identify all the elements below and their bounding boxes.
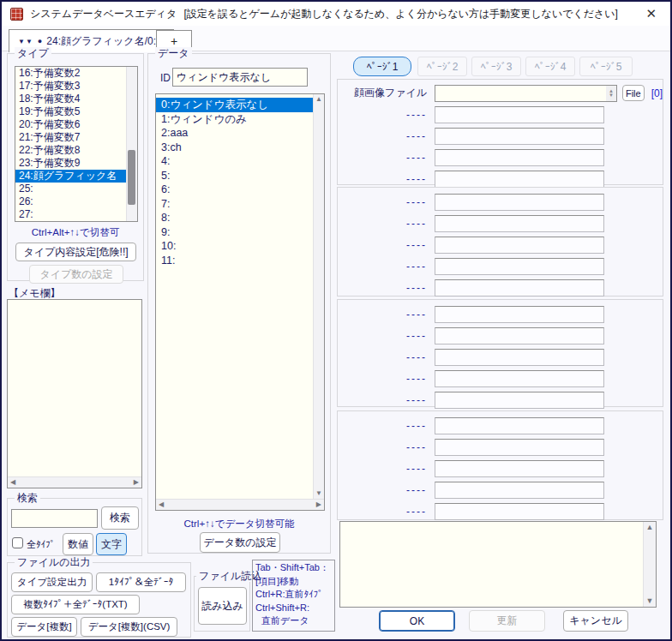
data-list-item[interactable]: 1:ウィンドウのみ	[156, 112, 313, 127]
face-file-row: 顔画像ファイル ▲ ▼ File [0]	[338, 84, 663, 102]
file-load-group: ファイル読込 読み込み	[194, 576, 250, 632]
memo-textarea[interactable]: ◀ ▶	[7, 299, 142, 488]
data-id-input[interactable]	[172, 68, 308, 87]
type-settings-export-button[interactable]: タイプ設定出力	[11, 572, 93, 592]
empty-field-input	[435, 392, 604, 409]
field-group-3: ---- ---- ---- ---- ----	[337, 299, 663, 407]
empty-field-label: ----	[338, 351, 427, 363]
window-warning-note: [設定を誤るとゲームが起動しなくなるため、よく分からない方は手動変更しないでくだ…	[183, 7, 618, 21]
data-list-item[interactable]: 11:	[156, 254, 313, 268]
numeric-search-toggle[interactable]: 数値	[63, 533, 93, 555]
data-list-item-selected[interactable]: 0:ウィンドウ表示なし	[156, 98, 313, 112]
empty-field-label: ----	[338, 394, 427, 406]
memo-h-scrollbar[interactable]: ◀ ▶	[8, 476, 141, 488]
page-tab-1[interactable]: ﾍﾟｰｼﾞ1	[353, 57, 411, 76]
comment-v-scrollbar[interactable]: ▲ ▼	[643, 522, 656, 607]
file-button[interactable]: File	[622, 85, 645, 101]
type-list-item[interactable]: 18:予備変数4	[15, 93, 126, 105]
data-count-settings-button[interactable]: データ数の設定	[200, 532, 280, 553]
search-input[interactable]	[11, 509, 98, 528]
empty-field-input	[435, 194, 604, 211]
scroll-down-icon[interactable]: ▼	[646, 596, 654, 607]
cancel-button[interactable]: キャンセル	[563, 610, 628, 632]
scroll-up-icon[interactable]: ▲	[646, 522, 654, 533]
type-content-settings-button[interactable]: タイプ内容設定[危険!!]	[15, 243, 136, 261]
empty-field-label: ----	[338, 218, 427, 230]
face-file-label: 顔画像ファイル	[338, 86, 427, 100]
empty-field-label: ----	[338, 420, 427, 432]
scroll-up-icon[interactable]: ▲	[315, 94, 322, 105]
shortcut-line: Tab・Shift+Tab：	[255, 561, 332, 575]
shortcut-line: Ctrl+R:直前ﾀｲﾌﾟ	[255, 588, 332, 602]
one-type-all-data-button[interactable]: 1ﾀｲﾌﾟ＆全ﾃﾞｰﾀ	[96, 572, 186, 592]
text-search-toggle[interactable]: 文字	[96, 533, 127, 555]
type-group: タイプ 16:予備変数2 17:予備変数3 18:予備変数4 19:予備変数5 …	[7, 53, 144, 281]
type-list-item[interactable]: 27:	[15, 208, 126, 221]
comment-textarea[interactable]: ▲ ▼	[339, 521, 657, 608]
empty-field-label: ----	[338, 441, 427, 453]
data-list-v-scrollbar[interactable]: ▲ ▼	[313, 94, 324, 499]
tab-collapse-icons[interactable]: ▼▼	[18, 38, 33, 45]
data-list-h-scrollbar[interactable]: ◀ ▶	[156, 499, 324, 510]
type-list-item[interactable]: 19:予備変数5	[15, 105, 126, 118]
empty-field-label: ----	[338, 196, 427, 208]
tab-bar: ▼▼ ● 24:顔グラフィック名/0:... +	[2, 26, 670, 51]
file-output-group: ファイルの出力 タイプ設定出力 1ﾀｲﾌﾟ＆全ﾃﾞｰﾀ 複数ﾀｲﾌﾟ＋全ﾃﾞｰﾀ…	[7, 562, 191, 638]
type-list-scroll-thumb[interactable]	[128, 150, 135, 205]
data-multi-csv-button[interactable]: データ[複数](CSV)	[81, 617, 177, 637]
close-icon[interactable]: ✕	[640, 6, 662, 21]
data-list-item[interactable]: 9:	[156, 225, 313, 240]
load-button[interactable]: 読み込み	[198, 587, 247, 625]
empty-field-input	[435, 460, 604, 477]
shortcut-line: [項目]移動	[255, 575, 332, 589]
data-list-item[interactable]: 7:	[156, 197, 313, 212]
data-list-item[interactable]: 3:ch	[156, 141, 313, 155]
system-database-editor-window: システムデータベースエディタ [設定を誤るとゲームが起動しなくなるため、よく分か…	[0, 0, 672, 641]
type-list-item[interactable]: 22:予備変数8	[15, 144, 126, 157]
data-multi-button[interactable]: データ[複数]	[11, 617, 77, 637]
scroll-right-icon[interactable]: ▶	[133, 479, 140, 486]
tab-label: 24:顔グラフィック名/0:...	[46, 34, 165, 49]
empty-field-label: ----	[338, 261, 427, 273]
page-tab-2[interactable]: ﾍﾟｰｼﾞ2	[417, 57, 467, 76]
data-group-title: データ	[155, 47, 192, 59]
type-list-item[interactable]: 17:予備変数3	[15, 80, 126, 93]
type-list-item[interactable]: 23:予備変数9	[15, 157, 126, 170]
multi-type-all-data-txt-button[interactable]: 複数ﾀｲﾌﾟ＋全ﾃﾞｰﾀ(TXT)	[11, 595, 140, 614]
page-tab-4[interactable]: ﾍﾟｰｼﾞ4	[525, 57, 575, 76]
page-tab-5[interactable]: ﾍﾟｰｼﾞ5	[579, 57, 633, 76]
ok-button[interactable]: OK	[379, 610, 455, 632]
data-list-item[interactable]: 4:	[156, 154, 313, 169]
face-file-spinner[interactable]: ▲ ▼	[606, 86, 616, 101]
empty-field-input	[435, 439, 604, 456]
scroll-left-icon[interactable]: ◀	[9, 479, 16, 486]
type-list-item[interactable]: 21:予備変数7	[15, 131, 126, 144]
search-button[interactable]: 検索	[101, 506, 139, 530]
scroll-left-icon[interactable]: ◀	[158, 501, 165, 508]
empty-field-label: ----	[338, 506, 427, 518]
empty-field-label: ----	[338, 484, 427, 496]
type-list-item[interactable]: 26:	[15, 195, 126, 208]
data-list-item[interactable]: 8:	[156, 211, 313, 225]
data-list-item[interactable]: 5:	[156, 169, 313, 183]
empty-field-label: ----	[338, 373, 427, 385]
data-list: 0:ウィンドウ表示なし 1:ウィンドウのみ 2:aaa 3:ch 4: 5: 6…	[155, 93, 325, 511]
type-list-item[interactable]: 20:予備変数6	[15, 118, 126, 131]
spinner-down-icon[interactable]: ▼	[609, 93, 614, 98]
all-types-checkbox[interactable]	[12, 537, 23, 548]
scroll-down-icon[interactable]: ▼	[315, 488, 322, 499]
data-group: データ ID 0:ウィンドウ表示なし 1:ウィンドウのみ 2:aaa 3:ch …	[147, 53, 331, 554]
empty-field-label: ----	[338, 109, 427, 121]
page-tab-3[interactable]: ﾍﾟｰｼﾞ3	[471, 57, 521, 76]
search-group: 検索 検索 全ﾀｲﾌﾟ 数値 文字	[7, 498, 142, 556]
empty-field-label: ----	[338, 239, 427, 251]
data-count-badge: [0]	[651, 87, 663, 99]
type-list-item-selected[interactable]: 24:顔グラフィック名	[15, 170, 126, 183]
data-list-item[interactable]: 6:	[156, 183, 313, 197]
data-list-item[interactable]: 10:	[156, 239, 313, 254]
type-list-item[interactable]: 25:	[15, 183, 126, 195]
face-file-input[interactable]	[435, 85, 617, 102]
type-list-item[interactable]: 16:予備変数2	[15, 67, 126, 80]
data-list-item[interactable]: 2:aaa	[156, 126, 313, 141]
scroll-right-icon[interactable]: ▶	[315, 501, 322, 508]
